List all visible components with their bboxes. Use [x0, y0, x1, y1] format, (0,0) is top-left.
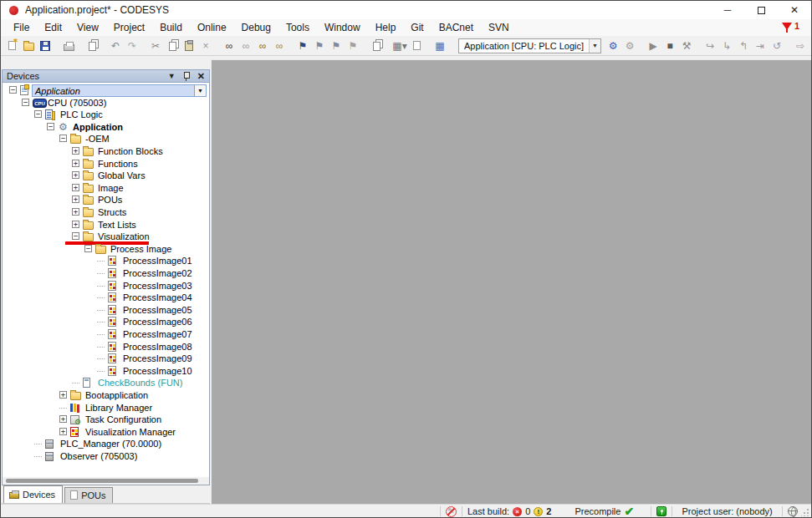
menu-tools[interactable]: Tools	[278, 20, 317, 35]
tree-item-application[interactable]: −Application▼	[3, 84, 209, 97]
menu-view[interactable]: View	[69, 20, 106, 35]
new-project-button[interactable]	[4, 38, 19, 53]
devices-panel-header[interactable]: Devices ▼ ✕	[2, 69, 210, 83]
tree-item-visualization-manager[interactable]: +Visualization Manager	[3, 426, 209, 439]
menu-project[interactable]: Project	[106, 20, 152, 35]
copy-project-button[interactable]	[84, 38, 100, 53]
tree-item-pous[interactable]: +POUs	[3, 194, 209, 206]
clear-bookmarks-button[interactable]: ⚑	[345, 38, 360, 53]
menu-help[interactable]: Help	[368, 20, 404, 35]
expand-icon[interactable]: +	[72, 196, 79, 203]
root-combo-dropdown-icon[interactable]: ▼	[194, 85, 206, 96]
collapse-icon[interactable]: −	[47, 123, 54, 130]
tree-item-functions[interactable]: +Functions	[3, 158, 209, 170]
tree-item-task-configuration[interactable]: +Task Configuration	[3, 414, 209, 426]
online-config-button[interactable]: ⚒	[679, 38, 694, 53]
previous-bookmark-button[interactable]: ⚑	[312, 38, 327, 53]
menu-debug[interactable]: Debug	[234, 20, 278, 35]
tree-item-function-blocks[interactable]: +Function Blocks	[3, 145, 209, 158]
panel-dropdown-icon[interactable]: ▼	[168, 72, 176, 80]
copy-button[interactable]	[165, 38, 180, 53]
expand-icon[interactable]: +	[72, 147, 79, 155]
scrollbar-thumb[interactable]	[6, 479, 198, 483]
delete-button[interactable]: ×	[198, 38, 213, 53]
run-to-cursor-button[interactable]: ⇥	[753, 38, 768, 53]
paste-button[interactable]	[181, 38, 197, 53]
tree-item-oem[interactable]: −-OEM	[3, 133, 209, 145]
tree-item-processimage06[interactable]: ProcessImage06	[3, 316, 209, 328]
expand-icon[interactable]: +	[59, 391, 67, 399]
multi-edit-button[interactable]	[369, 38, 384, 53]
expand-icon[interactable]: +	[59, 415, 67, 423]
save-button[interactable]	[38, 38, 53, 53]
redo-button[interactable]: ↷	[125, 38, 140, 53]
collapse-icon[interactable]: −	[34, 110, 42, 118]
panel-pin-icon[interactable]	[183, 71, 190, 80]
collapse-icon[interactable]: −	[72, 232, 79, 240]
tree-item-plc-logic[interactable]: −PLC Logic	[3, 109, 209, 121]
tree-item-text-lists[interactable]: +Text Lists	[3, 219, 209, 231]
visualization-toolbox-button[interactable]: ▦	[432, 38, 447, 53]
expand-icon[interactable]: +	[72, 208, 79, 216]
active-application-combo[interactable]: Application [CPU: PLC Logic]▼	[458, 38, 601, 53]
tree-item-processimage03[interactable]: ProcessImage03	[3, 280, 209, 292]
reset-button[interactable]: ↺	[769, 38, 784, 53]
expand-icon[interactable]: +	[59, 428, 67, 435]
menu-git[interactable]: Git	[403, 20, 431, 35]
tree-item-process-image[interactable]: −Process Image	[3, 243, 209, 256]
replace-in-project-button[interactable]: ∞	[272, 38, 287, 53]
menu-edit[interactable]: Edit	[37, 20, 69, 35]
logout-button[interactable]: ⚙	[622, 38, 637, 53]
tree-item-processimage09[interactable]: ProcessImage09	[3, 353, 209, 365]
cut-button[interactable]: ✂	[148, 38, 163, 53]
tree-item-global-vars[interactable]: +Global Vars	[3, 170, 209, 182]
tree-item-bootapplication[interactable]: +Bootapplication	[3, 389, 209, 402]
login-button[interactable]: ⚙	[605, 38, 620, 53]
tree-item-processimage10[interactable]: ProcessImage10	[3, 365, 209, 378]
find-button[interactable]: ∞	[222, 38, 237, 53]
menu-svn[interactable]: SVN	[481, 20, 517, 35]
next-statement-button[interactable]: ⇨	[793, 38, 808, 53]
maximize-button[interactable]	[744, 1, 778, 19]
search-in-project-button[interactable]: ∞	[255, 38, 270, 53]
collapse-icon[interactable]: −	[84, 245, 92, 252]
combo-dropdown-icon[interactable]: ▼	[589, 39, 600, 53]
stop-button[interactable]: ■	[662, 38, 677, 53]
close-button[interactable]: ✕	[778, 1, 811, 19]
print-button[interactable]	[61, 38, 76, 53]
collapse-icon[interactable]: −	[9, 86, 17, 94]
tree-item-cpu-705003[interactable]: −CPUCPU (705003)	[3, 97, 209, 109]
tree-item-processimage05[interactable]: ProcessImage05	[3, 304, 209, 317]
menu-file[interactable]: File	[6, 20, 37, 35]
tree-item-processimage07[interactable]: ProcessImage07	[3, 328, 209, 341]
tree-horizontal-scrollbar[interactable]	[2, 477, 210, 485]
new-pou-dropdown-button[interactable]: ▦▾	[392, 38, 407, 53]
incremental-search-button[interactable]: ∞	[238, 38, 253, 53]
root-node-combobox[interactable]: Application▼	[32, 84, 207, 97]
tab-devices[interactable]: Devices	[3, 485, 63, 503]
expand-icon[interactable]: +	[72, 184, 79, 191]
start-button[interactable]: ▶	[646, 38, 661, 53]
tree-item-library-manager[interactable]: Library Manager	[3, 402, 209, 414]
tree-item-processimage02[interactable]: ProcessImage02	[3, 267, 209, 280]
editor-area[interactable]	[211, 59, 812, 504]
expand-icon[interactable]: +	[72, 160, 79, 167]
menu-bacnet[interactable]: BACnet	[432, 20, 481, 35]
collapse-icon[interactable]: −	[59, 135, 67, 142]
resize-grip[interactable]	[801, 508, 809, 516]
panel-close-icon[interactable]: ✕	[197, 72, 205, 80]
tree-item-processimage08[interactable]: ProcessImage08	[3, 341, 209, 353]
expand-icon[interactable]: +	[72, 221, 79, 228]
step-out-button[interactable]: ↰	[736, 38, 751, 53]
undo-button[interactable]: ↶	[108, 38, 123, 53]
open-project-button[interactable]	[21, 38, 36, 53]
tab-pous[interactable]: POUs	[64, 487, 113, 503]
tree-item-observer-705003[interactable]: Observer (705003)	[3, 450, 209, 463]
next-bookmark-button[interactable]: ⚑	[329, 38, 344, 53]
empty-page-button[interactable]	[409, 38, 424, 53]
toggle-bookmark-button[interactable]: ⚑	[295, 38, 310, 53]
tree-item-image[interactable]: +Image	[3, 182, 209, 195]
tree-item-plc-manager-70-0000[interactable]: PLC_Manager (70.0000)	[3, 438, 209, 450]
collapse-icon[interactable]: −	[22, 99, 29, 106]
notification-area[interactable]: 1	[782, 21, 799, 31]
